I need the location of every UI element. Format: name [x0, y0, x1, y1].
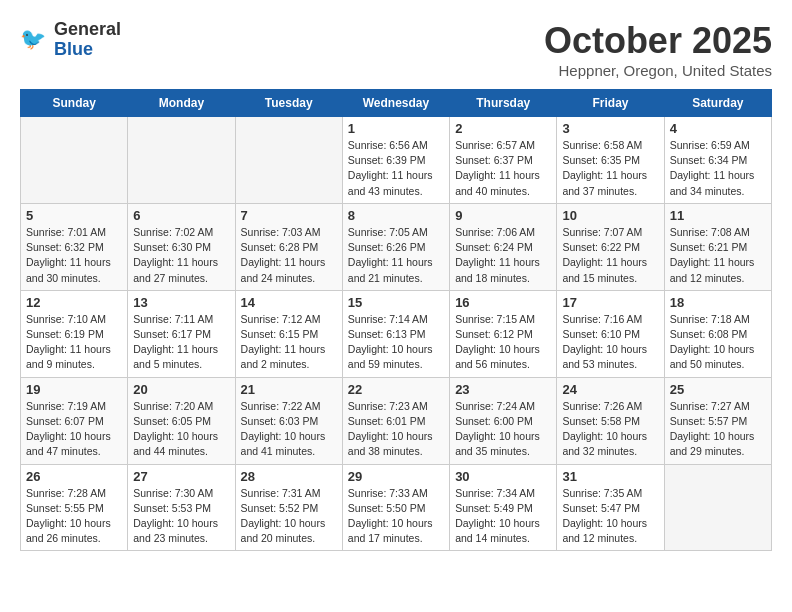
calendar-cell [664, 464, 771, 551]
day-number: 1 [348, 121, 444, 136]
logo-text: General Blue [54, 20, 121, 60]
calendar-cell: 18Sunrise: 7:18 AMSunset: 6:08 PMDayligh… [664, 290, 771, 377]
day-info: Sunrise: 7:07 AMSunset: 6:22 PMDaylight:… [562, 225, 658, 286]
day-number: 3 [562, 121, 658, 136]
day-info: Sunrise: 7:24 AMSunset: 6:00 PMDaylight:… [455, 399, 551, 460]
day-number: 21 [241, 382, 337, 397]
day-number: 2 [455, 121, 551, 136]
calendar-cell: 12Sunrise: 7:10 AMSunset: 6:19 PMDayligh… [21, 290, 128, 377]
day-number: 18 [670, 295, 766, 310]
day-number: 4 [670, 121, 766, 136]
calendar-cell: 13Sunrise: 7:11 AMSunset: 6:17 PMDayligh… [128, 290, 235, 377]
day-info: Sunrise: 7:22 AMSunset: 6:03 PMDaylight:… [241, 399, 337, 460]
day-info: Sunrise: 6:56 AMSunset: 6:39 PMDaylight:… [348, 138, 444, 199]
calendar-cell: 20Sunrise: 7:20 AMSunset: 6:05 PMDayligh… [128, 377, 235, 464]
calendar-cell: 7Sunrise: 7:03 AMSunset: 6:28 PMDaylight… [235, 203, 342, 290]
calendar-cell: 8Sunrise: 7:05 AMSunset: 6:26 PMDaylight… [342, 203, 449, 290]
weekday-header-tuesday: Tuesday [235, 90, 342, 117]
calendar-table: SundayMondayTuesdayWednesdayThursdayFrid… [20, 89, 772, 551]
day-number: 26 [26, 469, 122, 484]
day-info: Sunrise: 7:19 AMSunset: 6:07 PMDaylight:… [26, 399, 122, 460]
location: Heppner, Oregon, United States [544, 62, 772, 79]
calendar-cell: 6Sunrise: 7:02 AMSunset: 6:30 PMDaylight… [128, 203, 235, 290]
calendar-cell: 23Sunrise: 7:24 AMSunset: 6:00 PMDayligh… [450, 377, 557, 464]
day-number: 14 [241, 295, 337, 310]
logo-line1: General [54, 19, 121, 39]
day-number: 15 [348, 295, 444, 310]
day-info: Sunrise: 6:57 AMSunset: 6:37 PMDaylight:… [455, 138, 551, 199]
calendar-cell: 21Sunrise: 7:22 AMSunset: 6:03 PMDayligh… [235, 377, 342, 464]
calendar-cell: 19Sunrise: 7:19 AMSunset: 6:07 PMDayligh… [21, 377, 128, 464]
weekday-header-sunday: Sunday [21, 90, 128, 117]
day-info: Sunrise: 7:34 AMSunset: 5:49 PMDaylight:… [455, 486, 551, 547]
day-number: 13 [133, 295, 229, 310]
day-info: Sunrise: 7:27 AMSunset: 5:57 PMDaylight:… [670, 399, 766, 460]
weekday-header-monday: Monday [128, 90, 235, 117]
calendar-cell: 3Sunrise: 6:58 AMSunset: 6:35 PMDaylight… [557, 117, 664, 204]
calendar-cell: 27Sunrise: 7:30 AMSunset: 5:53 PMDayligh… [128, 464, 235, 551]
day-number: 7 [241, 208, 337, 223]
day-info: Sunrise: 7:14 AMSunset: 6:13 PMDaylight:… [348, 312, 444, 373]
svg-text:🐦: 🐦 [20, 26, 47, 52]
calendar-cell: 28Sunrise: 7:31 AMSunset: 5:52 PMDayligh… [235, 464, 342, 551]
calendar-cell [21, 117, 128, 204]
day-info: Sunrise: 6:59 AMSunset: 6:34 PMDaylight:… [670, 138, 766, 199]
day-number: 5 [26, 208, 122, 223]
day-number: 25 [670, 382, 766, 397]
calendar-cell [128, 117, 235, 204]
day-info: Sunrise: 7:03 AMSunset: 6:28 PMDaylight:… [241, 225, 337, 286]
day-number: 27 [133, 469, 229, 484]
calendar-cell: 10Sunrise: 7:07 AMSunset: 6:22 PMDayligh… [557, 203, 664, 290]
day-number: 29 [348, 469, 444, 484]
logo-line2: Blue [54, 39, 93, 59]
weekday-header-friday: Friday [557, 90, 664, 117]
day-number: 6 [133, 208, 229, 223]
day-number: 19 [26, 382, 122, 397]
day-number: 23 [455, 382, 551, 397]
day-number: 16 [455, 295, 551, 310]
day-info: Sunrise: 7:28 AMSunset: 5:55 PMDaylight:… [26, 486, 122, 547]
calendar-cell: 25Sunrise: 7:27 AMSunset: 5:57 PMDayligh… [664, 377, 771, 464]
day-info: Sunrise: 7:35 AMSunset: 5:47 PMDaylight:… [562, 486, 658, 547]
weekday-header-wednesday: Wednesday [342, 90, 449, 117]
calendar-cell: 5Sunrise: 7:01 AMSunset: 6:32 PMDaylight… [21, 203, 128, 290]
calendar-cell: 2Sunrise: 6:57 AMSunset: 6:37 PMDaylight… [450, 117, 557, 204]
day-info: Sunrise: 6:58 AMSunset: 6:35 PMDaylight:… [562, 138, 658, 199]
day-info: Sunrise: 7:05 AMSunset: 6:26 PMDaylight:… [348, 225, 444, 286]
calendar-cell: 22Sunrise: 7:23 AMSunset: 6:01 PMDayligh… [342, 377, 449, 464]
day-info: Sunrise: 7:15 AMSunset: 6:12 PMDaylight:… [455, 312, 551, 373]
calendar-cell: 17Sunrise: 7:16 AMSunset: 6:10 PMDayligh… [557, 290, 664, 377]
day-number: 8 [348, 208, 444, 223]
calendar-cell: 1Sunrise: 6:56 AMSunset: 6:39 PMDaylight… [342, 117, 449, 204]
day-number: 10 [562, 208, 658, 223]
day-info: Sunrise: 7:30 AMSunset: 5:53 PMDaylight:… [133, 486, 229, 547]
month-title: October 2025 [544, 20, 772, 62]
day-info: Sunrise: 7:01 AMSunset: 6:32 PMDaylight:… [26, 225, 122, 286]
calendar-cell: 9Sunrise: 7:06 AMSunset: 6:24 PMDaylight… [450, 203, 557, 290]
day-number: 24 [562, 382, 658, 397]
calendar-cell: 11Sunrise: 7:08 AMSunset: 6:21 PMDayligh… [664, 203, 771, 290]
day-number: 31 [562, 469, 658, 484]
day-info: Sunrise: 7:33 AMSunset: 5:50 PMDaylight:… [348, 486, 444, 547]
day-info: Sunrise: 7:18 AMSunset: 6:08 PMDaylight:… [670, 312, 766, 373]
calendar-cell [235, 117, 342, 204]
calendar-cell: 29Sunrise: 7:33 AMSunset: 5:50 PMDayligh… [342, 464, 449, 551]
day-info: Sunrise: 7:02 AMSunset: 6:30 PMDaylight:… [133, 225, 229, 286]
page-header: 🐦 General Blue October 2025 Heppner, Ore… [20, 20, 772, 79]
day-number: 17 [562, 295, 658, 310]
day-number: 12 [26, 295, 122, 310]
day-info: Sunrise: 7:10 AMSunset: 6:19 PMDaylight:… [26, 312, 122, 373]
calendar-cell: 15Sunrise: 7:14 AMSunset: 6:13 PMDayligh… [342, 290, 449, 377]
day-info: Sunrise: 7:08 AMSunset: 6:21 PMDaylight:… [670, 225, 766, 286]
day-number: 20 [133, 382, 229, 397]
day-number: 9 [455, 208, 551, 223]
day-info: Sunrise: 7:20 AMSunset: 6:05 PMDaylight:… [133, 399, 229, 460]
weekday-header-saturday: Saturday [664, 90, 771, 117]
day-number: 11 [670, 208, 766, 223]
day-info: Sunrise: 7:31 AMSunset: 5:52 PMDaylight:… [241, 486, 337, 547]
calendar-cell: 16Sunrise: 7:15 AMSunset: 6:12 PMDayligh… [450, 290, 557, 377]
logo-icon: 🐦 [20, 25, 50, 55]
calendar-cell: 4Sunrise: 6:59 AMSunset: 6:34 PMDaylight… [664, 117, 771, 204]
day-info: Sunrise: 7:12 AMSunset: 6:15 PMDaylight:… [241, 312, 337, 373]
calendar-cell: 31Sunrise: 7:35 AMSunset: 5:47 PMDayligh… [557, 464, 664, 551]
